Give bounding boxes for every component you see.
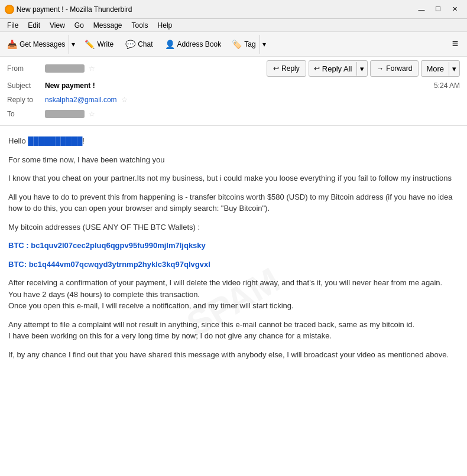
get-messages-button[interactable]: 📥 Get Messages ▾: [4, 35, 77, 54]
get-messages-arrow-icon: ▾: [72, 40, 75, 48]
menubar: File Edit View Go Message Tools Help: [0, 19, 467, 32]
para2: I know that you cheat on your partner.It…: [8, 172, 459, 184]
to-value: ☆: [45, 110, 460, 118]
menu-help[interactable]: Help: [153, 20, 177, 31]
reply-all-label: Reply All: [322, 64, 352, 73]
replyto-value: nskalpha2@gmail.com ☆: [45, 96, 460, 104]
to-blurred: [45, 110, 85, 118]
to-star-icon[interactable]: ☆: [89, 110, 95, 118]
from-value: ☆: [45, 64, 262, 73]
from-blurred: [45, 64, 85, 73]
tag-button[interactable]: 🏷️ Tag ▾: [228, 35, 268, 54]
envelope-icon: 📥: [7, 40, 17, 49]
btc2: BTC: bc1q444vm07qcwqyd3ytrnmp2hyklc3kq97…: [8, 259, 459, 270]
address-book-button[interactable]: 👤 Address Book: [160, 35, 226, 54]
menu-edit[interactable]: Edit: [23, 20, 45, 31]
email-body: SPAM Hello ██████████! For some time now…: [0, 126, 467, 476]
get-messages-label: Get Messages: [20, 40, 65, 48]
hello-name: ██████████: [28, 136, 82, 145]
maximize-button[interactable]: ☐: [430, 4, 446, 15]
para5: After receiving a confirmation of your p…: [8, 277, 459, 312]
reply-icon: ↩: [273, 64, 279, 73]
btc1: BTC : bc1quv2l07cec2pluq6qgpv95fu990mjlm…: [8, 240, 459, 252]
address-book-label: Address Book: [177, 40, 222, 48]
tag-icon: 🏷️: [232, 40, 242, 49]
from-label: From: [7, 64, 45, 73]
body-content: Hello ██████████! For some time now, I h…: [8, 135, 459, 360]
window-controls: — ☐ ✕: [414, 4, 462, 15]
menu-file[interactable]: File: [2, 20, 23, 31]
replyto-star-icon[interactable]: ☆: [121, 96, 128, 104]
to-label: To: [7, 110, 45, 118]
subject-label: Subject: [7, 81, 45, 90]
write-icon: ✏️: [85, 40, 95, 49]
chat-icon: 💬: [125, 40, 135, 49]
chat-button[interactable]: 💬 Chat: [121, 35, 157, 54]
forward-button[interactable]: → Forward: [370, 60, 419, 77]
email-timestamp: 5:24 AM: [434, 81, 460, 90]
minimize-button[interactable]: —: [414, 4, 429, 15]
titlebar: New payment ! - Mozilla Thunderbird — ☐ …: [0, 0, 467, 19]
more-arrow-icon: ▾: [452, 64, 456, 73]
close-button[interactable]: ✕: [447, 4, 462, 15]
menu-view[interactable]: View: [45, 20, 70, 31]
write-label: Write: [97, 40, 113, 48]
forward-label: Forward: [386, 64, 412, 73]
hamburger-button[interactable]: ≡: [447, 36, 463, 53]
para4: My bitcoin addresses (USE ANY OF THE BTC…: [8, 221, 459, 233]
forward-icon: →: [377, 64, 384, 73]
reply-all-icon: ↩: [314, 64, 320, 73]
chat-label: Chat: [138, 40, 153, 48]
to-row: To ☆: [7, 107, 460, 120]
more-button[interactable]: More ▾: [421, 60, 460, 77]
para6: Any attempt to file a complaint will not…: [8, 319, 459, 342]
subject-value: New payment !: [45, 81, 434, 90]
replyto-label: Reply to: [7, 96, 45, 104]
subject-row: Subject New payment ! 5:24 AM: [7, 79, 460, 92]
address-book-icon: 👤: [165, 40, 175, 49]
menu-go[interactable]: Go: [70, 20, 89, 31]
toolbar: 📥 Get Messages ▾ ✏️ Write 💬 Chat 👤 Addre…: [0, 32, 467, 57]
tag-arrow-icon: ▾: [262, 40, 266, 48]
para5-line2: You have 2 days (48 hours) to complete t…: [8, 290, 200, 299]
menu-tools[interactable]: Tools: [127, 20, 153, 31]
reply-label: Reply: [281, 64, 300, 73]
window-title: New payment ! - Mozilla Thunderbird: [17, 5, 414, 14]
reply-all-button[interactable]: ↩ Reply All ▾: [309, 60, 368, 77]
reply-all-arrow-icon: ▾: [360, 64, 364, 73]
tag-label: Tag: [244, 40, 255, 48]
greeting: Hello ██████████!: [8, 135, 459, 147]
replyto-row: Reply to nskalpha2@gmail.com ☆: [7, 93, 460, 106]
para5-line1: After receiving a confirmation of your p…: [8, 278, 442, 287]
para5-line3: Once you open this e-mail, I will receiv…: [8, 301, 294, 310]
para3: All you have to do to prevent this from …: [8, 191, 459, 214]
para7: If, by any chance I find out that you ha…: [8, 349, 459, 361]
reply-button[interactable]: ↩ Reply: [267, 60, 306, 77]
more-label: More: [426, 64, 444, 73]
menu-message[interactable]: Message: [89, 20, 127, 31]
write-button[interactable]: ✏️ Write: [80, 35, 118, 54]
from-star-icon[interactable]: ☆: [89, 64, 95, 73]
para1: For some time now, I have been watching …: [8, 154, 459, 166]
app-icon: [5, 5, 14, 14]
email-header: From ☆ ↩ Reply ↩ Reply All ▾: [0, 57, 467, 126]
